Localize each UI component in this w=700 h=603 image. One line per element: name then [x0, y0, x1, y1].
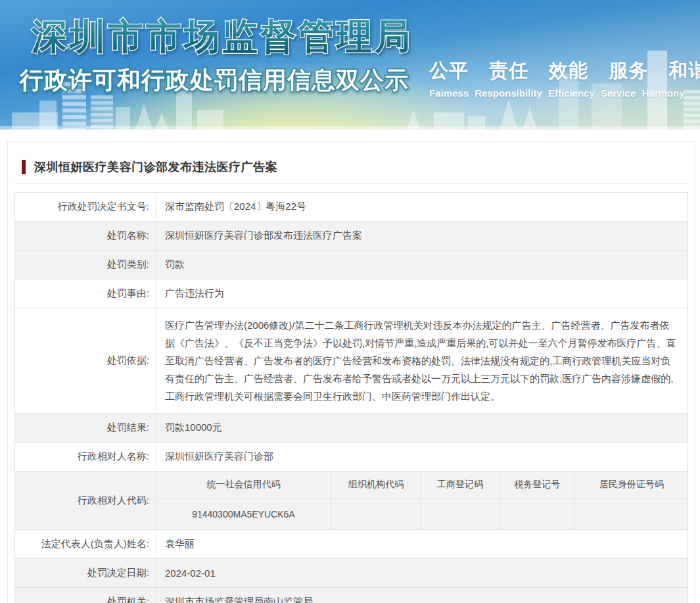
tree-silhouette	[135, 103, 152, 130]
title-separator	[14, 183, 688, 184]
code-value-empty	[421, 498, 500, 529]
row-value: 袁华丽	[156, 530, 688, 558]
table-row-penalty-category: 处罚类别: 罚款	[15, 251, 688, 279]
slogan-chinese: 公平 责任 效能 服务 和谐	[429, 58, 683, 84]
content-panel: 深圳恒妍医疗美容门诊部发布违法医疗广告案 行政处罚决定书文号: 深市监南处罚〔2…	[7, 141, 695, 603]
skyline-base-strip	[0, 126, 700, 130]
row-label: 处罚名称:	[15, 222, 156, 250]
row-value: 罚款10000元	[156, 414, 688, 442]
row-label: 法定代表人(负责人)姓名:	[15, 530, 156, 558]
row-value: 深圳市市场监督管理局南山监管局	[156, 588, 688, 603]
row-label: 处罚决定日期:	[15, 559, 156, 587]
table-row-penalty-result: 处罚结果: 罚款10000元	[15, 414, 688, 443]
row-label: 处罚结果:	[15, 414, 156, 442]
table-row-party-code: 行政相对人代码: 统一社会信用代码 组织机构代码 工商登记码 税务登记号 居民身…	[15, 471, 688, 530]
row-value: 2024-02-01	[156, 559, 688, 587]
code-column-header: 统一社会信用代码	[156, 471, 331, 498]
table-row-penalty-reason: 处罚事由: 广告违法行为	[15, 279, 688, 308]
table-row-penalty-name: 处罚名称: 深圳恒妍医疗美容门诊部发布违法医疗广告案	[15, 222, 688, 251]
row-label: 处罚依据:	[15, 308, 156, 413]
building-silhouette	[91, 95, 113, 130]
table-row-penalty-authority: 处罚机关: 深圳市市场监督管理局南山监管局	[15, 588, 688, 603]
row-label: 处罚机关:	[15, 588, 156, 603]
header-banner: 深圳市市场监督管理局 行政许可和行政处罚信用信息双公示 公平 责任 效能 服务 …	[0, 0, 700, 130]
banner-slogan: 公平 责任 效能 服务 和谐 Faimess Responsibility Ef…	[429, 58, 683, 99]
tree-silhouette	[500, 99, 518, 130]
code-column-header: 工商登记码	[421, 471, 500, 498]
table-row-decision-date: 处罚决定日期: 2024-02-01	[15, 559, 688, 588]
table-row-legal-representative: 法定代表人(负责人)姓名: 袁华丽	[15, 530, 688, 559]
table-row-party-name: 行政相对人名称: 深圳恒妍医疗美容门诊部	[15, 443, 688, 471]
banner-subtitle-graphic: 行政许可和行政处罚信用信息双公示	[17, 60, 425, 97]
row-label: 行政处罚决定书文号:	[15, 193, 156, 221]
building-silhouette	[39, 101, 57, 130]
table-row-document-number: 行政处罚决定书文号: 深市监南处罚〔2024〕粤海22号	[15, 193, 688, 222]
row-value: 深市监南处罚〔2024〕粤海22号	[156, 193, 688, 221]
page-title: 深圳恒妍医疗美容门诊部发布违法医疗广告案	[34, 159, 277, 175]
penalty-detail-table: 行政处罚决定书文号: 深市监南处罚〔2024〕粤海22号 处罚名称: 深圳恒妍医…	[14, 192, 688, 603]
row-label: 处罚事由:	[15, 279, 156, 308]
slogan-english: Faimess Responsibility Efficiency Servic…	[429, 87, 683, 99]
row-label: 处罚类别:	[15, 251, 156, 279]
code-value-empty	[500, 498, 576, 529]
row-value: 罚款	[156, 251, 688, 279]
code-column-header: 组织机构代码	[331, 471, 421, 498]
table-row-penalty-basis: 处罚依据: 医疗广告管理办法(2006修改)/第二十二条工商行政管理机关对违反本…	[15, 308, 688, 414]
title-accent-bar	[22, 160, 26, 174]
code-value-empty	[331, 498, 421, 529]
code-value-empty	[575, 498, 688, 529]
row-label: 行政相对人代码:	[15, 471, 156, 529]
row-label: 行政相对人名称:	[15, 443, 156, 471]
unified-credit-code-value: 91440300MA5EYUCK6A	[156, 498, 331, 529]
code-column-header: 居民身份证号码	[575, 471, 688, 498]
row-value: 广告违法行为	[156, 279, 688, 308]
row-value: 医疗广告管理办法(2006修改)/第二十二条工商行政管理机关对违反本办法规定的广…	[156, 308, 688, 413]
row-value: 深圳恒妍医疗美容门诊部	[156, 443, 688, 471]
banner-subtitle: 行政许可和行政处罚信用信息双公示	[18, 66, 409, 93]
entity-code-subtable: 统一社会信用代码 组织机构代码 工商登记码 税务登记号 居民身份证号码 9144…	[156, 471, 688, 529]
case-title-block: 深圳恒妍医疗美容门诊部发布违法医疗广告案	[8, 142, 695, 183]
row-value: 深圳恒妍医疗美容门诊部发布违法医疗广告案	[156, 222, 688, 250]
agency-title: 深圳市市场监督管理局	[31, 16, 413, 56]
code-column-header: 税务登记号	[500, 471, 576, 498]
building-silhouette	[684, 90, 700, 130]
agency-title-graphic: 深圳市市场监督管理局	[29, 9, 436, 62]
